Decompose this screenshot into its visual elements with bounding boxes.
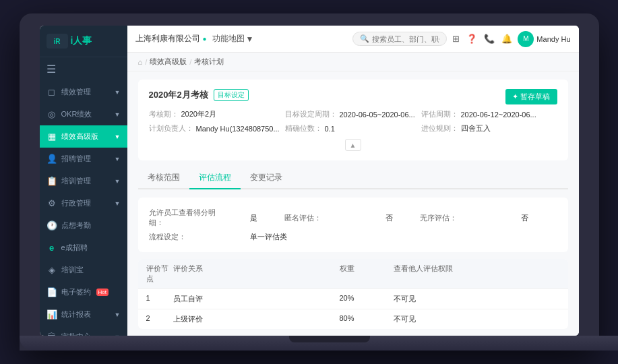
sidebar-item-label: 行政管理 [61,198,91,208]
sidebar-item-training[interactable]: 📋 培训管理 ▼ [40,170,127,192]
plan-owner-label: 计划负责人： [149,123,193,133]
training2-icon: ◈ [47,265,57,275]
sidebar-item-label: 绩效高级版 [61,131,98,142]
tab-review-range[interactable]: 考核范围 [138,167,189,189]
logo-icon: iR [47,34,68,49]
precision-label: 精确位数： [285,123,322,133]
hamburger-icon[interactable]: ☰ [40,57,127,81]
no-order-value: 否 [521,213,528,223]
col-relation: 评价关系 [173,264,340,284]
flow-set-value: 单一评估类 [250,232,287,242]
sidebar-item-label: 培训管理 [61,176,91,186]
save-draft-button[interactable]: ✦ 暂存草稿 [505,89,557,104]
target-period-row: 目标设定周期： 2020-06-05~2020-06... [285,109,421,119]
sidebar-item-erecruit[interactable]: e e成招聘 [40,237,127,259]
main-content: 上海利康有限公司 ● 功能地图 ▼ 🔍 ⊞ [127,26,579,336]
bell-icon[interactable]: 🔔 [501,34,512,44]
sidebar-item-label: 电子签约 [61,287,91,297]
anon-eval-label: 匿名评估： [284,213,359,223]
plan-owner-value: Mandy Hu(1324808750... [196,125,280,133]
chevron-down-icon: ▼ [115,178,121,185]
tab-eval-flow[interactable]: 评估流程 [189,167,241,189]
anon-eval-value: 否 [385,213,393,223]
company-dot: ● [203,35,207,42]
sidebar-item-label: 统计报表 [61,309,91,320]
sidebar-item-perf-advanced[interactable]: ▦ 绩效高级版 ▼ [40,125,127,148]
precision-row: 精确位数： 0.1 [285,123,421,133]
chevron-down-icon: ▼ [115,156,121,162]
allow-view-row: 允许员工查看得分明细： 是 匿名评估： 否 无序评估： 否 [149,206,557,230]
col-weight: 权重 [340,264,394,284]
sidebar-item-admin[interactable]: ⚙ 行政管理 ▼ [40,192,127,214]
flow-settings-section: 允许员工查看得分明细： 是 匿名评估： 否 无序评估： 否 流程设定： 单一评估… [138,198,568,252]
allow-view-label: 允许员工查看得分明细： [149,208,223,228]
sidebar-item-recruit[interactable]: 👤 招聘管理 ▼ [40,148,127,170]
avatar: M [518,31,534,47]
info-grid: 考核期： 2020年2月 目标设定周期： 2020-06-05~2020-06.… [149,109,557,133]
top-header: 上海利康有限公司 ● 功能地图 ▼ 🔍 ⊞ [127,26,579,53]
review-period-value: 2020年2月 [181,109,217,119]
page-body: 2020年2月考核 目标设定 ✦ 暂存草稿 考核期： 2020年2月 [127,71,579,336]
sidebar-item-okr[interactable]: ◎ OKR绩效 ▼ [40,103,127,125]
col-permission: 查看他人评估权限 [394,264,560,284]
sidebar-item-stats[interactable]: 📊 统计报表 ▼ [40,303,127,326]
row-relation: 上级评价 [173,314,340,324]
home-icon[interactable]: ⌂ [138,58,143,66]
search-input[interactable] [372,35,439,43]
admin-icon: ⚙ [47,198,57,208]
chevron-down-icon: ▼ [246,34,254,44]
header-icons: ⊞ ❓ 📞 🔔 [452,34,512,44]
plan-owner-row: 计划负责人： Mandy Hu(1324808750... [149,123,285,133]
chevron-down-icon: ▼ [115,200,121,207]
logo-text: i人事 [71,35,92,47]
tab-change-log[interactable]: 变更记录 [241,167,292,189]
flow-set-row: 流程设定： 单一评估类 [149,230,557,244]
row-weight: 80% [340,314,394,324]
flow-set-label: 流程设定： [149,232,223,242]
hot-badge: Hot [96,289,109,296]
erecruit-icon: e [47,243,57,253]
sidebar-item-label: 绩效管理 [61,87,91,97]
checkin-icon: 🕐 [47,220,57,231]
okr-icon: ◎ [47,109,57,119]
collapse-section: ▲ [149,139,557,151]
search-icon: 🔍 [360,34,369,43]
collapse-button[interactable]: ▲ [345,139,361,151]
sidebar-item-label: 点想考勤 [61,220,91,231]
phone-icon[interactable]: 📞 [484,34,495,44]
stats-icon: 📊 [47,309,57,320]
chevron-down-icon: ▼ [115,89,121,96]
precision-value: 0.1 [325,125,335,133]
review-tag: 目标设定 [214,89,249,101]
sidebar-item-label: 招聘管理 [61,154,91,164]
row-num: 2 [146,314,173,324]
sidebar-item-checkin[interactable]: 🕐 点想考勤 [40,214,127,237]
grid-icon[interactable]: ⊞ [452,34,460,44]
help-icon[interactable]: ❓ [466,34,477,44]
target-period-label: 目标设定周期： [285,109,337,119]
eval-table: 评价节点 评价关系 权重 查看他人评估权限 1 员工自评 20% 不可见 [138,259,568,329]
sidebar-item-training2[interactable]: ◈ 培训宝 [40,259,127,281]
target-period-value: 2020-06-05~2020-06... [340,111,415,119]
eval-period-label: 评估周期： [421,109,458,119]
review-title-row: 2020年2月考核 目标设定 [149,89,557,101]
review-level-label: 进位规则： [421,123,458,133]
func-map-button[interactable]: 功能地图 ▼ [212,33,254,44]
breadcrumb: ⌂ / 绩效高级版 / 考核计划 [127,53,579,71]
review-card: 2020年2月考核 目标设定 ✦ 暂存草稿 考核期： 2020年2月 [138,80,568,160]
global-search[interactable]: 🔍 [352,32,447,46]
eval-table-header: 评价节点 评价关系 权重 查看他人评估权限 [138,259,568,289]
esign-icon: 📄 [47,287,57,297]
review-period-label: 考核期： [149,109,179,119]
chevron-down-icon: ▼ [115,311,121,318]
no-order-label: 无序评估： [420,213,494,223]
sidebar-item-performance[interactable]: ◻ 绩效管理 ▼ [40,81,127,103]
sidebar-item-audit[interactable]: 🏛 审批中心 ▼ [40,326,127,336]
company-name[interactable]: 上海利康有限公司 ● [135,33,207,44]
review-level-row: 进位规则： 四舍五入 [421,123,557,133]
allow-view-value: 是 [250,213,257,223]
sidebar-item-label: OKR绩效 [61,109,92,119]
user-area[interactable]: M Mandy Hu [518,31,570,47]
sidebar-item-esign[interactable]: 📄 电子签约 Hot [40,281,127,303]
sidebar: iR i人事 ☰ ◻ 绩效管理 ▼ ◎ OKR [40,26,127,336]
